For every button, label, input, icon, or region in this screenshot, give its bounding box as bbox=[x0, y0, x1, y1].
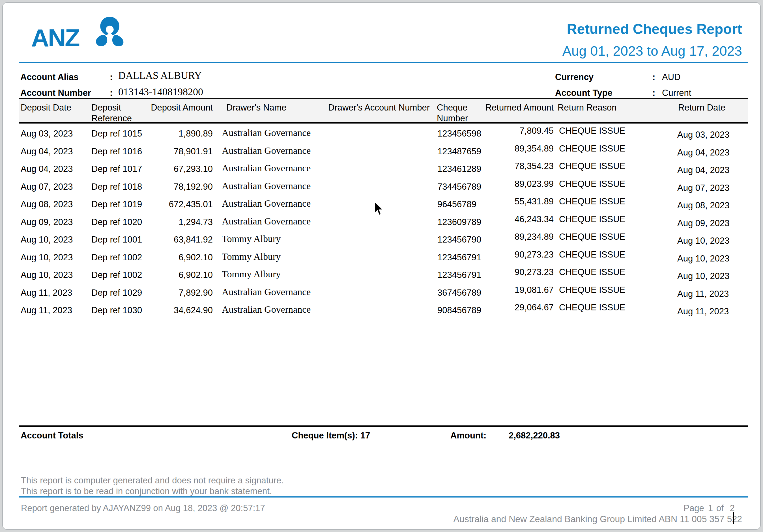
currency-label: Currency bbox=[555, 72, 594, 82]
page-number: 1 bbox=[708, 503, 713, 513]
cell-drawers-name: Australian Governance bbox=[222, 301, 329, 318]
cell-drawers-name: Australian Governance bbox=[222, 195, 329, 212]
totals-divider bbox=[19, 425, 748, 427]
header-return-reason: Return Reason bbox=[558, 102, 648, 113]
text-caret bbox=[733, 512, 734, 524]
cell-drawers-name: Australian Governance bbox=[222, 283, 329, 301]
cell-drawers-name: Australian Governance bbox=[222, 213, 329, 230]
header-drawers-name: Drawer's Name bbox=[226, 102, 323, 113]
cell-return-reason: CHEQUE ISSUE bbox=[559, 175, 652, 193]
footer-note-statement: This report is to be read in conjunction… bbox=[21, 486, 272, 496]
cell-return-reason: CHEQUE ISSUE bbox=[559, 263, 652, 281]
cell-deposit-amount: 672,435.01 bbox=[130, 196, 213, 213]
report-generated-line: Report generated by AJAYANZ99 on Aug 18,… bbox=[21, 503, 265, 513]
page-total: 2 bbox=[730, 503, 735, 513]
cell-return-date: Aug 08, 2023 bbox=[677, 197, 745, 214]
cell-deposit-amount: 63,841.92 bbox=[130, 231, 213, 248]
account-alias-value: DALLAS ALBURY bbox=[118, 70, 202, 81]
cell-deposit-date: Aug 11, 2023 bbox=[21, 302, 86, 319]
cell-deposit-amount: 78,901.91 bbox=[130, 143, 213, 160]
currency-value: AUD bbox=[662, 72, 680, 82]
cell-return-reason: CHEQUE ISSUE bbox=[559, 246, 652, 263]
cell-deposit-amount: 1,890.89 bbox=[130, 125, 213, 142]
footer-note-signature: This report is computer generated and do… bbox=[21, 476, 284, 486]
cell-return-date: Aug 07, 2023 bbox=[677, 179, 745, 197]
header-returned-amount: Returned Amount bbox=[470, 102, 554, 113]
cell-return-reason: CHEQUE ISSUE bbox=[559, 211, 652, 228]
table-row: Aug 11, 2023 Dep ref 1030 34,624.90 Aust… bbox=[3, 302, 761, 319]
cell-returned-amount: 89,023.99 bbox=[470, 175, 554, 193]
cell-deposit-date: Aug 08, 2023 bbox=[21, 196, 86, 213]
cell-deposit-date: Aug 10, 2023 bbox=[21, 231, 86, 248]
colon: : bbox=[652, 88, 655, 98]
cell-deposit-amount: 1,294.73 bbox=[130, 214, 213, 231]
totals-amount-label: Amount: bbox=[450, 431, 486, 440]
cell-returned-amount: 7,809.45 bbox=[470, 122, 554, 140]
colon: : bbox=[652, 72, 655, 82]
cell-return-date: Aug 03, 2023 bbox=[677, 126, 745, 143]
company-abn-line: Australia and New Zealand Banking Group … bbox=[454, 514, 742, 524]
cell-deposit-date: Aug 10, 2023 bbox=[21, 249, 86, 266]
anz-lotus-icon bbox=[93, 16, 126, 50]
cell-returned-amount: 19,081.67 bbox=[470, 281, 554, 299]
cell-return-date: Aug 11, 2023 bbox=[677, 303, 745, 320]
cell-return-reason: CHEQUE ISSUE bbox=[559, 122, 652, 140]
page-of-label: of bbox=[716, 503, 724, 513]
cell-deposit-amount: 6,902.10 bbox=[130, 249, 213, 266]
cell-deposit-date: Aug 04, 2023 bbox=[21, 160, 86, 178]
account-number-label: Account Number bbox=[20, 88, 91, 98]
cell-return-date: Aug 04, 2023 bbox=[677, 144, 745, 161]
colon: : bbox=[110, 72, 113, 82]
cheque-items-count: Cheque Item(s): 17 bbox=[292, 431, 370, 440]
cell-return-reason: CHEQUE ISSUE bbox=[559, 281, 652, 299]
cell-drawers-name: Tommy Albury bbox=[222, 230, 329, 248]
cell-drawers-name: Australian Governance bbox=[222, 124, 329, 141]
cell-return-reason: CHEQUE ISSUE bbox=[559, 193, 652, 210]
header-drawers-account-number: Drawer's Account Number bbox=[328, 102, 447, 113]
page-title: Returned Cheques Report bbox=[567, 22, 742, 37]
cell-deposit-date: Aug 10, 2023 bbox=[21, 266, 86, 284]
cell-deposit-amount: 6,902.10 bbox=[130, 266, 213, 284]
report-page: ANZ Returned Cheques Report Aug 01, 2023… bbox=[2, 2, 761, 530]
cell-returned-amount: 90,273.23 bbox=[470, 263, 554, 281]
cell-returned-amount: 46,243.34 bbox=[470, 211, 554, 228]
cell-drawers-name: Australian Governance bbox=[222, 142, 329, 159]
cell-returned-amount: 89,354.89 bbox=[470, 140, 554, 157]
cell-returned-amount: 90,273.23 bbox=[470, 246, 554, 263]
account-alias-label: Account Alias bbox=[20, 72, 79, 82]
cell-return-date: Aug 11, 2023 bbox=[677, 285, 745, 303]
cell-returned-amount: 55,431.89 bbox=[470, 193, 554, 210]
cell-return-date: Aug 10, 2023 bbox=[677, 267, 745, 285]
cell-deposit-amount: 34,624.90 bbox=[130, 302, 213, 319]
cell-deposit-date: Aug 09, 2023 bbox=[21, 214, 86, 231]
mouse-pointer-cursor bbox=[374, 202, 384, 217]
cell-drawers-name: Australian Governance bbox=[222, 177, 329, 195]
screenshot-root: { "colors": { "brand_blue": "#1385c8", "… bbox=[0, 0, 763, 532]
report-date-range: Aug 01, 2023 to Aug 17, 2023 bbox=[562, 44, 742, 59]
cell-return-reason: CHEQUE ISSUE bbox=[559, 299, 652, 316]
header-divider bbox=[19, 62, 748, 63]
cell-returned-amount: 89,234.89 bbox=[470, 228, 554, 246]
cell-deposit-amount: 7,892.90 bbox=[130, 284, 213, 302]
cell-deposit-date: Aug 04, 2023 bbox=[21, 143, 86, 160]
page-label: Page bbox=[684, 503, 704, 513]
header-deposit-date: Deposit Date bbox=[21, 102, 83, 113]
cell-drawers-name: Tommy Albury bbox=[222, 265, 329, 283]
cell-return-reason: CHEQUE ISSUE bbox=[559, 140, 652, 157]
header-return-date: Return Date bbox=[678, 102, 743, 113]
account-totals-label: Account Totals bbox=[21, 431, 83, 440]
page-indicator: Page1of2 bbox=[684, 503, 735, 513]
cell-deposit-amount: 78,192.90 bbox=[130, 178, 213, 196]
cell-return-date: Aug 04, 2023 bbox=[677, 161, 745, 179]
header-deposit-amount: Deposit Amount bbox=[130, 102, 213, 113]
cell-returned-amount: 29,064.67 bbox=[470, 299, 554, 316]
cell-return-reason: CHEQUE ISSUE bbox=[559, 228, 652, 246]
account-number-value: 013143-1408198200 bbox=[118, 86, 203, 97]
cell-drawers-name: Australian Governance bbox=[222, 159, 329, 177]
cell-deposit-date: Aug 11, 2023 bbox=[21, 284, 86, 302]
account-type-value: Current bbox=[662, 88, 691, 98]
account-type-label: Account Type bbox=[555, 88, 612, 98]
colon: : bbox=[110, 88, 113, 98]
cell-deposit-amount: 67,293.10 bbox=[130, 160, 213, 178]
cell-return-reason: CHEQUE ISSUE bbox=[559, 157, 652, 175]
